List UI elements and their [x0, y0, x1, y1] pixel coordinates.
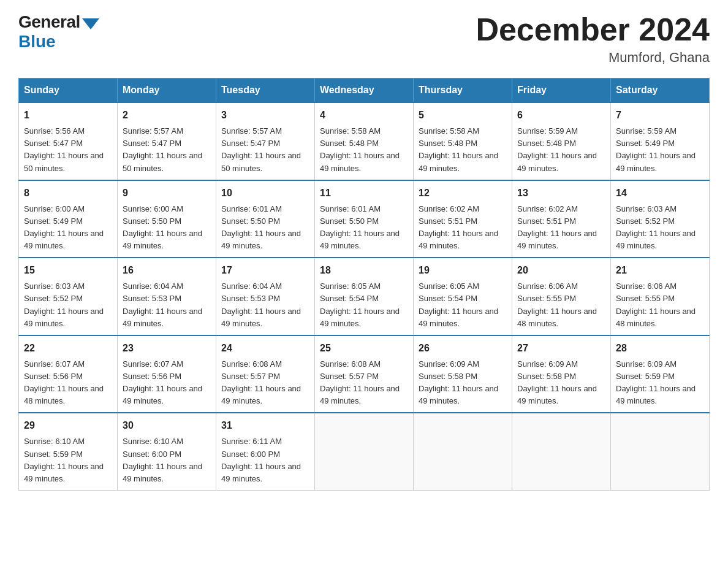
- table-row: 11 Sunrise: 6:01 AMSunset: 5:50 PMDaylig…: [315, 180, 414, 258]
- day-info: Sunrise: 6:06 AMSunset: 5:55 PMDaylight:…: [517, 282, 597, 327]
- table-row: 8 Sunrise: 6:00 AMSunset: 5:49 PMDayligh…: [19, 180, 118, 258]
- day-info: Sunrise: 5:59 AMSunset: 5:49 PMDaylight:…: [616, 126, 696, 172]
- logo-blue-text: Blue: [18, 32, 56, 52]
- day-info: Sunrise: 6:05 AMSunset: 5:54 PMDaylight:…: [419, 282, 498, 327]
- calendar-title: December 2024: [476, 12, 710, 47]
- day-number: 25: [320, 341, 408, 356]
- day-number: 4: [320, 108, 408, 123]
- table-row: 25 Sunrise: 6:08 AMSunset: 5:57 PMDaylig…: [315, 335, 414, 413]
- day-number: 2: [123, 108, 211, 123]
- day-number: 16: [123, 263, 211, 278]
- day-number: 9: [123, 186, 211, 201]
- day-info: Sunrise: 6:04 AMSunset: 5:53 PMDaylight:…: [123, 282, 202, 327]
- day-number: 7: [616, 108, 704, 123]
- table-row: [611, 413, 710, 490]
- table-row: 28 Sunrise: 6:09 AMSunset: 5:59 PMDaylig…: [611, 335, 710, 413]
- header-sunday: Sunday: [19, 79, 118, 103]
- header-friday: Friday: [512, 79, 611, 103]
- day-number: 17: [221, 263, 309, 278]
- table-row: 16 Sunrise: 6:04 AMSunset: 5:53 PMDaylig…: [118, 258, 216, 335]
- table-row: 3 Sunrise: 5:57 AMSunset: 5:47 PMDayligh…: [216, 102, 315, 180]
- day-info: Sunrise: 6:01 AMSunset: 5:50 PMDaylight:…: [221, 204, 301, 250]
- table-row: 19 Sunrise: 6:05 AMSunset: 5:54 PMDaylig…: [414, 258, 512, 335]
- header-tuesday: Tuesday: [216, 79, 315, 103]
- day-number: 24: [221, 341, 309, 356]
- day-number: 3: [221, 108, 309, 123]
- header-thursday: Thursday: [414, 79, 512, 103]
- day-info: Sunrise: 6:09 AMSunset: 5:58 PMDaylight:…: [517, 359, 597, 405]
- day-number: 21: [616, 263, 704, 278]
- table-row: 22 Sunrise: 6:07 AMSunset: 5:56 PMDaylig…: [19, 335, 118, 413]
- calendar-location: Mumford, Ghana: [476, 50, 710, 66]
- header-monday: Monday: [118, 79, 216, 103]
- day-info: Sunrise: 6:00 AMSunset: 5:50 PMDaylight:…: [123, 204, 202, 250]
- day-info: Sunrise: 5:58 AMSunset: 5:48 PMDaylight:…: [320, 126, 400, 172]
- day-info: Sunrise: 6:04 AMSunset: 5:53 PMDaylight:…: [221, 282, 301, 327]
- table-row: 24 Sunrise: 6:08 AMSunset: 5:57 PMDaylig…: [216, 335, 315, 413]
- table-row: 23 Sunrise: 6:07 AMSunset: 5:56 PMDaylig…: [118, 335, 216, 413]
- table-row: 7 Sunrise: 5:59 AMSunset: 5:49 PMDayligh…: [611, 102, 710, 180]
- day-info: Sunrise: 6:07 AMSunset: 5:56 PMDaylight:…: [24, 359, 104, 405]
- day-info: Sunrise: 6:02 AMSunset: 5:51 PMDaylight:…: [419, 204, 498, 250]
- day-info: Sunrise: 6:10 AMSunset: 6:00 PMDaylight:…: [123, 437, 202, 483]
- table-row: 27 Sunrise: 6:09 AMSunset: 5:58 PMDaylig…: [512, 335, 611, 413]
- table-row: 9 Sunrise: 6:00 AMSunset: 5:50 PMDayligh…: [118, 180, 216, 258]
- table-row: 30 Sunrise: 6:10 AMSunset: 6:00 PMDaylig…: [118, 413, 216, 490]
- day-number: 19: [419, 263, 507, 278]
- header-wednesday: Wednesday: [315, 79, 414, 103]
- day-info: Sunrise: 6:06 AMSunset: 5:55 PMDaylight:…: [616, 282, 696, 327]
- calendar-week-row: 29 Sunrise: 6:10 AMSunset: 5:59 PMDaylig…: [19, 413, 710, 490]
- table-row: 18 Sunrise: 6:05 AMSunset: 5:54 PMDaylig…: [315, 258, 414, 335]
- table-row: 1 Sunrise: 5:56 AMSunset: 5:47 PMDayligh…: [19, 102, 118, 180]
- table-row: [414, 413, 512, 490]
- table-row: 10 Sunrise: 6:01 AMSunset: 5:50 PMDaylig…: [216, 180, 315, 258]
- day-number: 15: [24, 263, 112, 278]
- table-row: 26 Sunrise: 6:09 AMSunset: 5:58 PMDaylig…: [414, 335, 512, 413]
- day-info: Sunrise: 5:59 AMSunset: 5:48 PMDaylight:…: [517, 126, 597, 172]
- day-number: 8: [24, 186, 112, 201]
- day-number: 23: [123, 341, 211, 356]
- day-number: 30: [123, 418, 211, 433]
- day-number: 11: [320, 186, 408, 201]
- day-info: Sunrise: 5:57 AMSunset: 5:47 PMDaylight:…: [123, 126, 202, 172]
- table-row: 15 Sunrise: 6:03 AMSunset: 5:52 PMDaylig…: [19, 258, 118, 335]
- table-row: 6 Sunrise: 5:59 AMSunset: 5:48 PMDayligh…: [512, 102, 611, 180]
- table-row: [512, 413, 611, 490]
- day-number: 1: [24, 108, 112, 123]
- day-info: Sunrise: 6:05 AMSunset: 5:54 PMDaylight:…: [320, 282, 400, 327]
- day-info: Sunrise: 6:08 AMSunset: 5:57 PMDaylight:…: [320, 359, 400, 405]
- calendar-week-row: 1 Sunrise: 5:56 AMSunset: 5:47 PMDayligh…: [19, 102, 710, 180]
- table-row: 29 Sunrise: 6:10 AMSunset: 5:59 PMDaylig…: [19, 413, 118, 490]
- table-row: [315, 413, 414, 490]
- logo-arrow-icon: [82, 18, 99, 29]
- logo: General Blue: [18, 12, 99, 52]
- day-info: Sunrise: 6:08 AMSunset: 5:57 PMDaylight:…: [221, 359, 301, 405]
- day-info: Sunrise: 5:57 AMSunset: 5:47 PMDaylight:…: [221, 126, 301, 172]
- day-number: 20: [517, 263, 605, 278]
- day-number: 18: [320, 263, 408, 278]
- day-info: Sunrise: 6:03 AMSunset: 5:52 PMDaylight:…: [616, 204, 696, 250]
- day-number: 14: [616, 186, 704, 201]
- table-row: 21 Sunrise: 6:06 AMSunset: 5:55 PMDaylig…: [611, 258, 710, 335]
- day-info: Sunrise: 6:09 AMSunset: 5:59 PMDaylight:…: [616, 359, 696, 405]
- calendar-table: Sunday Monday Tuesday Wednesday Thursday…: [18, 78, 710, 491]
- table-row: 17 Sunrise: 6:04 AMSunset: 5:53 PMDaylig…: [216, 258, 315, 335]
- table-row: 31 Sunrise: 6:11 AMSunset: 6:00 PMDaylig…: [216, 413, 315, 490]
- calendar-header-row: Sunday Monday Tuesday Wednesday Thursday…: [19, 79, 710, 103]
- table-row: 20 Sunrise: 6:06 AMSunset: 5:55 PMDaylig…: [512, 258, 611, 335]
- table-row: 4 Sunrise: 5:58 AMSunset: 5:48 PMDayligh…: [315, 102, 414, 180]
- day-number: 13: [517, 186, 605, 201]
- day-info: Sunrise: 6:10 AMSunset: 5:59 PMDaylight:…: [24, 437, 104, 483]
- day-number: 26: [419, 341, 507, 356]
- day-info: Sunrise: 6:09 AMSunset: 5:58 PMDaylight:…: [419, 359, 498, 405]
- day-number: 5: [419, 108, 507, 123]
- page-header: General Blue December 2024 Mumford, Ghan…: [18, 12, 710, 66]
- day-number: 27: [517, 341, 605, 356]
- title-section: December 2024 Mumford, Ghana: [476, 12, 710, 66]
- logo-general-text: General: [18, 12, 80, 32]
- calendar-week-row: 15 Sunrise: 6:03 AMSunset: 5:52 PMDaylig…: [19, 258, 710, 335]
- day-number: 22: [24, 341, 112, 356]
- day-info: Sunrise: 6:00 AMSunset: 5:49 PMDaylight:…: [24, 204, 104, 250]
- day-info: Sunrise: 6:01 AMSunset: 5:50 PMDaylight:…: [320, 204, 400, 250]
- day-info: Sunrise: 6:02 AMSunset: 5:51 PMDaylight:…: [517, 204, 597, 250]
